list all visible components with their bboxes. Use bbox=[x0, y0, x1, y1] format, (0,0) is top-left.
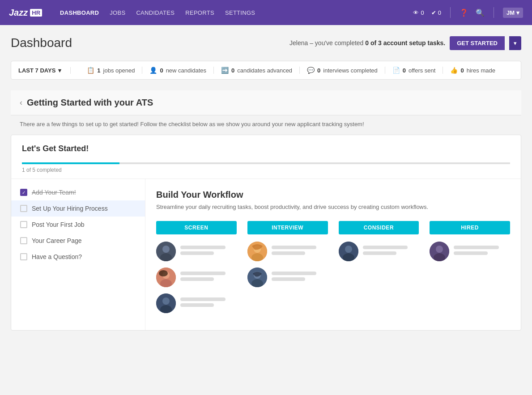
section-title: Getting Started with your ATS bbox=[27, 98, 153, 108]
candidate-lines bbox=[363, 246, 419, 257]
checkbox-3 bbox=[20, 237, 27, 244]
check-icon: ✔ bbox=[431, 9, 436, 16]
card-body: ✓ Add Your Team! Set Up Your Hiring Proc… bbox=[11, 178, 521, 330]
checklist-label-0: Add Your Team! bbox=[32, 189, 76, 196]
nav-right: 👁 0 ✔ 0 ❓ 🔍 JM ▾ bbox=[413, 7, 523, 18]
avatar-4 bbox=[430, 242, 449, 261]
candidates-icon: 👤 bbox=[149, 67, 157, 74]
candidate-card bbox=[247, 242, 328, 261]
candidate-lines bbox=[180, 272, 237, 283]
line bbox=[454, 251, 487, 255]
stat-jobs-opened: 📋 1 jobs opened bbox=[80, 67, 142, 74]
check-count-value: 0 bbox=[438, 9, 441, 16]
page-title: Dashboard bbox=[11, 36, 72, 50]
stats-bar: LAST 7 DAYS ▾ 📋 1 jobs opened 👤 0 new ca… bbox=[11, 61, 521, 80]
line bbox=[180, 251, 214, 255]
candidate-lines bbox=[454, 246, 510, 257]
stats-filter[interactable]: LAST 7 DAYS ▾ bbox=[18, 67, 71, 74]
nav-divider-2 bbox=[494, 7, 494, 18]
checklist-item-1[interactable]: Set Up Your Hiring Process bbox=[11, 200, 145, 217]
checklist-label-2: Post Your First Job bbox=[32, 221, 85, 228]
interviews-label: interviews completed bbox=[323, 67, 377, 74]
stat-hires: 👍 0 hires made bbox=[443, 67, 502, 74]
user-avatar[interactable]: JM ▾ bbox=[503, 8, 523, 18]
workflow-col-interview: INTERVIEW bbox=[247, 221, 328, 319]
line bbox=[454, 246, 499, 249]
hired-header: HIRED bbox=[430, 221, 510, 234]
line bbox=[363, 246, 408, 249]
candidate-card bbox=[339, 242, 419, 261]
checklist-item-2[interactable]: Post Your First Job bbox=[11, 217, 145, 233]
logo-hr: HR bbox=[30, 9, 42, 17]
candidates-label: new candidates bbox=[166, 67, 206, 74]
candidate-card bbox=[156, 268, 237, 287]
screen-header: SCREEN bbox=[156, 221, 237, 234]
stat-new-candidates: 👤 0 new candidates bbox=[142, 67, 214, 74]
checklist-item-3[interactable]: Your Career Page bbox=[11, 233, 145, 249]
avatar-6 bbox=[247, 268, 267, 287]
setup-prefix: Jelena – you've completed bbox=[289, 39, 365, 47]
logo-jazz: Jazz bbox=[9, 8, 28, 18]
avatar-chevron: ▾ bbox=[516, 9, 519, 16]
getting-started-section: ‹ Getting Started with your ATS There ar… bbox=[11, 90, 521, 135]
workflow-description: Streamline your daily recruiting tasks, … bbox=[156, 204, 510, 210]
progress-label: 1 of 5 completed bbox=[11, 164, 521, 178]
line bbox=[180, 303, 214, 307]
line bbox=[272, 246, 317, 249]
candidate-card bbox=[156, 293, 237, 313]
workflow-col-consider: CONSIDER bbox=[339, 221, 419, 319]
nav-candidates[interactable]: CANDIDATES bbox=[136, 9, 174, 16]
get-started-button[interactable]: GET STARTED bbox=[450, 36, 505, 50]
checklist-item-0[interactable]: ✓ Add Your Team! bbox=[11, 184, 145, 200]
section-description: There are a few things to set up to get … bbox=[11, 115, 521, 135]
avatar-2 bbox=[247, 242, 267, 261]
line bbox=[272, 277, 305, 281]
setup-bold: 0 of 3 account setup tasks. bbox=[365, 39, 445, 47]
workflow-col-screen: SCREEN bbox=[156, 221, 237, 319]
checkbox-0: ✓ bbox=[20, 189, 27, 196]
candidates-value: 0 bbox=[160, 67, 163, 74]
nav-reports[interactable]: REPORTS bbox=[185, 9, 214, 16]
back-arrow-icon[interactable]: ‹ bbox=[20, 98, 22, 107]
help-button[interactable]: ❓ bbox=[460, 8, 468, 17]
hires-value: 0 bbox=[460, 67, 464, 74]
avatar-3b bbox=[339, 242, 358, 261]
jobs-label: jobs opened bbox=[103, 67, 135, 74]
eye-count[interactable]: 👁 0 bbox=[413, 9, 424, 16]
interviews-icon: 💬 bbox=[307, 67, 315, 74]
card-title: Let's Get Started! bbox=[22, 144, 510, 153]
candidate-card bbox=[156, 242, 237, 261]
line bbox=[180, 277, 214, 281]
get-started-dropdown-button[interactable]: ▾ bbox=[509, 36, 521, 50]
avatar-5 bbox=[156, 268, 176, 287]
svg-point-17 bbox=[345, 246, 352, 253]
svg-point-8 bbox=[162, 297, 170, 305]
candidate-card bbox=[430, 242, 510, 261]
workflow-col-hired: HIRED bbox=[430, 221, 510, 319]
nav-settings[interactable]: SETTINGS bbox=[225, 9, 255, 16]
line bbox=[363, 251, 396, 255]
checkbox-2 bbox=[20, 221, 27, 228]
logo[interactable]: JazzHR bbox=[9, 8, 42, 18]
checklist-item-4[interactable]: Have a Question? bbox=[11, 249, 145, 265]
jobs-value: 1 bbox=[97, 67, 100, 74]
page-header: Dashboard Jelena – you've completed 0 of… bbox=[11, 36, 521, 50]
filter-label: LAST 7 DAYS bbox=[18, 67, 55, 74]
candidate-card bbox=[247, 268, 328, 287]
workflow-columns: SCREEN bbox=[156, 221, 510, 319]
nav-dashboard[interactable]: DASHBOARD bbox=[60, 9, 99, 16]
filter-chevron: ▾ bbox=[58, 67, 61, 74]
nav-divider bbox=[450, 7, 451, 18]
checklist: ✓ Add Your Team! Set Up Your Hiring Proc… bbox=[11, 179, 145, 330]
check-count[interactable]: ✔ 0 bbox=[431, 9, 441, 16]
search-button[interactable]: 🔍 bbox=[476, 8, 485, 17]
checklist-label-4: Have a Question? bbox=[32, 253, 82, 260]
eye-count-value: 0 bbox=[421, 9, 424, 16]
candidate-lines bbox=[272, 272, 328, 283]
checkbox-1 bbox=[20, 205, 27, 212]
consider-header: CONSIDER bbox=[339, 221, 419, 234]
workflow-title: Build Your Workflow bbox=[156, 190, 510, 200]
main-content: Dashboard Jelena – you've completed 0 of… bbox=[0, 25, 532, 135]
svg-point-1 bbox=[162, 246, 170, 253]
nav-jobs[interactable]: JOBS bbox=[110, 9, 125, 16]
